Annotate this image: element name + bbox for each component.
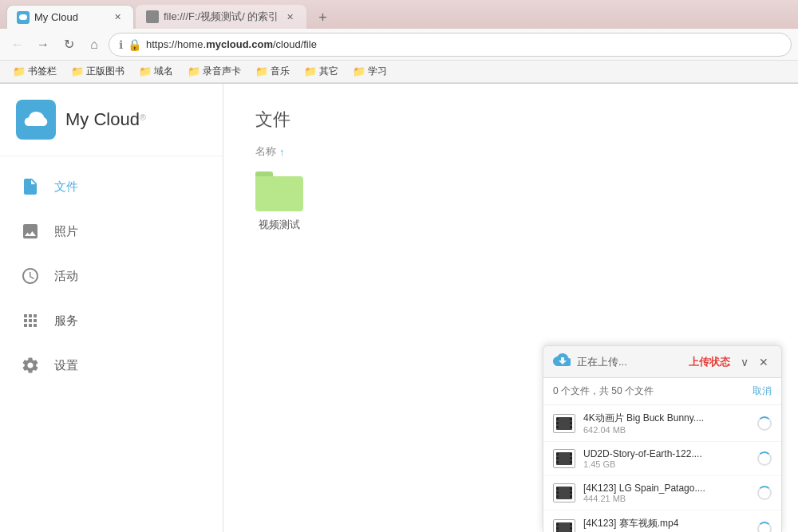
svg-rect-18 xyxy=(570,487,572,490)
tab-close-file[interactable]: ✕ xyxy=(283,10,296,23)
upload-spinner xyxy=(757,416,772,431)
secure-icon: 🔒 xyxy=(128,38,141,51)
folder-icon: 📁 xyxy=(353,65,365,77)
bookmark-label: 学习 xyxy=(368,65,387,78)
upload-close-button[interactable]: ✕ xyxy=(756,354,772,370)
logo-icon xyxy=(16,100,56,140)
folder-icon: 📁 xyxy=(304,65,317,77)
cloud-logo-svg xyxy=(24,108,48,132)
tab-favicon-cloud xyxy=(17,11,30,24)
svg-rect-2 xyxy=(556,422,559,424)
bookmark-bookmarks[interactable]: 📁 书签栏 xyxy=(6,63,63,80)
info-icon: ℹ xyxy=(119,38,123,51)
url-bar[interactable]: ℹ 🔒 https://home.mycloud.com/cloud/file xyxy=(109,33,792,57)
tab-file[interactable]: file:///F:/视频测试/ 的索引 ✕ xyxy=(136,5,306,29)
photos-icon xyxy=(19,220,41,242)
upload-item-size: 444.21 MB xyxy=(583,494,749,503)
folder-item-video[interactable]: 视频测试 xyxy=(255,171,303,232)
upload-list: 4K动画片 Big Buck Bunny.... 642.04 MB xyxy=(543,405,781,532)
upload-summary-text: 0 个文件，共 50 个文件 xyxy=(553,384,654,398)
upload-item-info: UD2D-Story-of-Earth-122.... 1.45 GB xyxy=(583,448,749,469)
upload-item: [4K123] 赛车视频.mp4 687.5 MB xyxy=(543,510,781,532)
svg-rect-3 xyxy=(556,426,559,428)
svg-rect-8 xyxy=(556,453,559,455)
sidebar-item-activity[interactable]: 活动 xyxy=(0,254,223,298)
svg-rect-13 xyxy=(570,461,572,463)
tab-favicon-file xyxy=(146,10,159,23)
sort-arrow: ↑ xyxy=(279,146,285,158)
svg-rect-5 xyxy=(570,422,572,424)
settings-label: 设置 xyxy=(54,358,78,373)
upload-cancel-button[interactable]: 取消 xyxy=(753,384,772,398)
upload-item-name: [4K123] LG Spain_Patago.... xyxy=(583,483,749,494)
bookmarks-bar: 📁 书签栏 📁 正版图书 📁 域名 📁 录音声卡 📁 音乐 📁 其它 📁 学习 xyxy=(0,61,798,83)
upload-item-name: [4K123] 赛车视频.mp4 xyxy=(583,517,749,530)
bookmark-label: 音乐 xyxy=(271,65,290,78)
address-bar: ← → ↻ ⌂ ℹ 🔒 https://home.mycloud.com/clo… xyxy=(0,29,798,61)
sidebar-item-photos[interactable]: 照片 xyxy=(0,209,223,254)
page-title: 文件 xyxy=(255,108,766,132)
upload-item-info: 4K动画片 Big Buck Bunny.... 642.04 MB xyxy=(583,412,749,435)
bookmark-books[interactable]: 📁 正版图书 xyxy=(65,63,131,80)
main-content: 文件 名称 ↑ 视频测试 正在上传... xyxy=(223,84,798,532)
upload-item: 4K动画片 Big Buck Bunny.... 642.04 MB xyxy=(543,405,781,442)
svg-rect-10 xyxy=(556,461,559,463)
svg-rect-20 xyxy=(570,495,572,498)
app-container: My Cloud® 文件 照片 xyxy=(0,84,798,532)
photos-label: 照片 xyxy=(54,224,78,239)
folder-body xyxy=(255,176,303,211)
settings-icon xyxy=(19,354,41,376)
forward-button[interactable]: → xyxy=(32,33,54,56)
bookmark-audio[interactable]: 📁 录音声卡 xyxy=(181,63,247,80)
upload-item: [4K123] LG Spain_Patago.... 444.21 MB xyxy=(543,476,781,510)
upload-item: UD2D-Story-of-Earth-122.... 1.45 GB xyxy=(543,442,781,476)
bookmark-label: 域名 xyxy=(154,65,173,78)
new-tab-button[interactable]: + xyxy=(311,6,334,29)
svg-rect-1 xyxy=(556,418,559,420)
services-label: 服务 xyxy=(54,313,78,329)
sidebar-item-files[interactable]: 文件 xyxy=(0,164,223,209)
reload-button[interactable]: ↻ xyxy=(57,33,80,56)
folder-name: 视频测试 xyxy=(259,218,300,232)
svg-rect-6 xyxy=(570,426,572,428)
services-icon xyxy=(19,309,41,332)
video-file-icon xyxy=(553,519,575,533)
folder-icon-large xyxy=(255,171,303,211)
svg-rect-22 xyxy=(556,523,559,526)
svg-rect-15 xyxy=(556,487,559,490)
upload-item-name: 4K动画片 Big Buck Bunny.... xyxy=(583,412,749,425)
tab-mycloud[interactable]: My Cloud ✕ xyxy=(6,5,134,29)
upload-item-name: UD2D-Story-of-Earth-122.... xyxy=(583,448,749,459)
sidebar-item-services[interactable]: 服务 xyxy=(0,298,223,343)
folder-icon: 📁 xyxy=(255,65,268,77)
bookmark-label: 书签栏 xyxy=(28,65,57,78)
upload-panel: 正在上传... 上传状态 ∨ ✕ 0 个文件，共 50 个文件 取消 xyxy=(543,345,782,532)
svg-rect-17 xyxy=(556,495,559,498)
home-button[interactable]: ⌂ xyxy=(83,33,105,56)
bookmark-domain[interactable]: 📁 域名 xyxy=(132,63,180,80)
svg-rect-26 xyxy=(570,527,572,530)
sort-label: 名称 xyxy=(255,144,276,159)
svg-rect-23 xyxy=(556,527,559,530)
svg-rect-9 xyxy=(556,457,559,459)
svg-rect-16 xyxy=(556,491,559,494)
svg-rect-12 xyxy=(570,457,572,459)
sidebar-item-settings[interactable]: 设置 xyxy=(0,343,223,388)
svg-rect-11 xyxy=(570,453,572,455)
bookmark-other[interactable]: 📁 其它 xyxy=(298,63,345,80)
bookmark-music[interactable]: 📁 音乐 xyxy=(249,63,296,80)
back-button[interactable]: ← xyxy=(6,33,29,56)
browser-chrome: My Cloud ✕ file:///F:/视频测试/ 的索引 ✕ + ← → … xyxy=(0,0,798,84)
files-label: 文件 xyxy=(54,179,78,195)
sidebar: My Cloud® 文件 照片 xyxy=(0,84,223,532)
svg-rect-4 xyxy=(570,418,572,420)
upload-item-info: [4K123] 赛车视频.mp4 687.5 MB xyxy=(583,517,749,532)
upload-title: 正在上传... xyxy=(577,355,682,369)
bookmark-label: 其它 xyxy=(319,65,338,78)
upload-item-size: 1.45 GB xyxy=(583,459,749,469)
upload-minimize-button[interactable]: ∨ xyxy=(737,354,753,370)
bookmark-label: 正版图书 xyxy=(86,65,124,78)
sort-header[interactable]: 名称 ↑ xyxy=(255,144,766,159)
bookmark-study[interactable]: 📁 学习 xyxy=(346,63,393,80)
tab-close-mycloud[interactable]: ✕ xyxy=(111,11,124,24)
